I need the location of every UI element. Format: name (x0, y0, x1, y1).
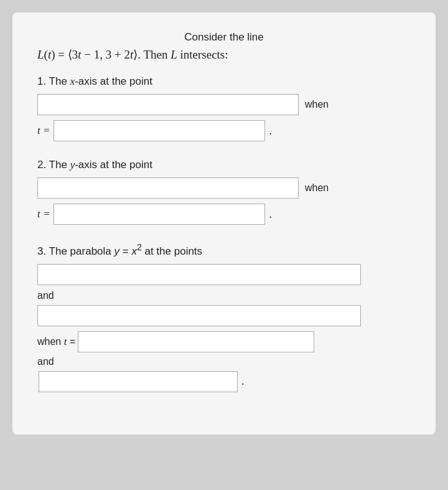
section-1-dot: . (269, 125, 272, 138)
section-1-t-row: t = . (37, 120, 411, 141)
section-3-and-label2: and (37, 356, 411, 367)
section-1-when-label: when (305, 99, 329, 110)
section-2-t-input[interactable] (54, 204, 265, 225)
section-2-t-row: t = . (37, 204, 411, 225)
section-3-when-t-row: when t = (37, 331, 411, 352)
section-3-title: 3. The parabola y = x2 at the points (37, 242, 411, 258)
section-2-point-row: when (37, 177, 411, 199)
header-line1: Consider the line (37, 31, 411, 44)
section-3-when-t-label: when t = (37, 336, 75, 348)
section-3-point1-input[interactable] (37, 264, 361, 285)
section-2-title: 2. The y-axis at the point (37, 159, 411, 171)
section-2-point-input[interactable] (37, 177, 299, 199)
section-1: 1. The x-axis at the point when t = . (37, 75, 411, 141)
section-3: 3. The parabola y = x2 at the points and… (37, 242, 411, 392)
main-card: Consider the line L(t) = ⟨3t − 1, 3 + 2t… (12, 12, 436, 435)
section-2-t-label: t = (37, 208, 50, 220)
section-2-dot: . (269, 208, 272, 221)
section-1-title: 1. The x-axis at the point (37, 75, 411, 88)
section-1-point-input[interactable] (37, 94, 299, 115)
section-3-dot: . (241, 375, 245, 388)
section-2: 2. The y-axis at the point when t = . (37, 159, 411, 225)
header-line2: L(t) = ⟨3t − 1, 3 + 2t⟩. Then L intersec… (37, 47, 411, 62)
section-3-t2-input[interactable] (39, 371, 238, 392)
section-1-t-input[interactable] (54, 120, 265, 141)
section-3-t2-row: . (37, 371, 411, 392)
section-2-when-label: when (305, 182, 329, 194)
section-1-t-label: t = (37, 125, 50, 137)
section-3-and-label1: and (37, 290, 411, 301)
section-3-t1-input[interactable] (78, 331, 314, 352)
section-1-point-row: when (37, 94, 411, 115)
section-3-point2-input[interactable] (37, 305, 361, 326)
